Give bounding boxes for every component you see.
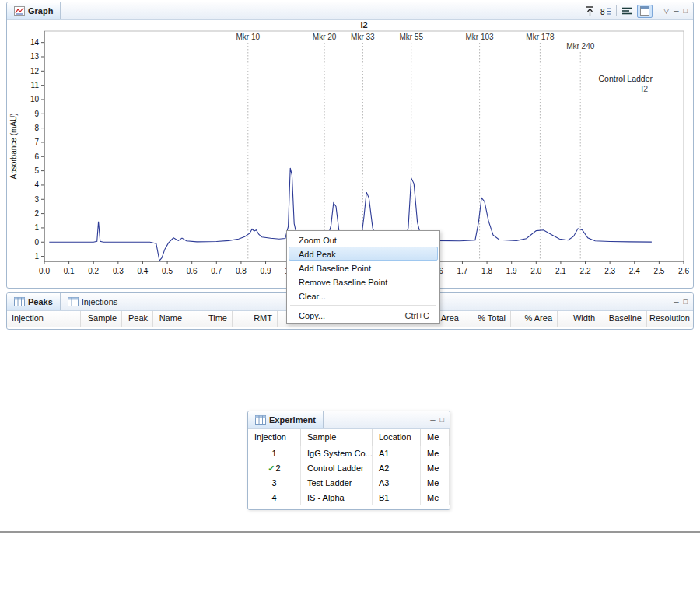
tab-graph[interactable]: Graph (7, 2, 61, 19)
overlay-lines-icon[interactable] (621, 5, 632, 17)
maximize-icon[interactable]: □ (684, 298, 688, 306)
peaks-column-area[interactable]: % Area (511, 311, 558, 327)
experiment-window: Experiment ─ □ InjectionSampleLocationMe… (247, 411, 450, 510)
svg-text:0.0: 0.0 (39, 267, 50, 275)
window-glyph (640, 6, 649, 16)
menu-item-shortcut: Ctrl+C (405, 309, 429, 321)
experiment-row[interactable]: ✓2Control LadderA2Me (248, 461, 450, 476)
svg-text:0.9: 0.9 (261, 267, 271, 275)
menu-item-clear[interactable]: Clear... (289, 289, 438, 302)
experiment-column-location[interactable]: Location (373, 429, 421, 446)
minimize-icon[interactable]: ─ (430, 416, 435, 424)
tab-label: Injections (82, 297, 117, 306)
maximize-icon[interactable]: □ (440, 416, 444, 424)
view-menu-icon[interactable]: ▽ (663, 7, 669, 15)
table-icon (14, 297, 25, 306)
experiment-column-injection[interactable]: Injection (248, 429, 301, 446)
svg-text:Control Ladder: Control Ladder (599, 74, 653, 83)
peaks-column-injection[interactable]: Injection (7, 311, 81, 327)
svg-text:2.2: 2.2 (580, 267, 591, 275)
autoscale-icon[interactable] (585, 5, 595, 17)
menu-item-remove-baseline-point[interactable]: Remove Baseline Point (289, 275, 438, 289)
experiment-cell-sample: IgG System Co... (301, 446, 373, 461)
menu-item-add-baseline-point[interactable]: Add Baseline Point (289, 261, 438, 275)
experiment-cell-method: Me (421, 446, 450, 461)
svg-text:Mkr 240: Mkr 240 (566, 42, 595, 51)
svg-text:Mkr 103: Mkr 103 (466, 33, 495, 41)
menu-item-label: Remove Baseline Point (299, 275, 387, 288)
svg-text:1.9: 1.9 (506, 267, 517, 275)
tab-peaks[interactable]: Peaks (7, 293, 61, 310)
svg-text:2: 2 (34, 209, 39, 218)
experiment-cell-method: Me (421, 461, 450, 476)
experiment-cell-location: A3 (373, 476, 421, 491)
svg-text:8: 8 (600, 8, 605, 16)
peaks-column-time[interactable]: Time (187, 311, 233, 327)
svg-text:2.4: 2.4 (629, 267, 640, 275)
experiment-cell-injection: 3 (248, 476, 301, 491)
svg-text:1.8: 1.8 (481, 267, 492, 275)
peaks-column-width[interactable]: Width (558, 311, 600, 327)
svg-text:7: 7 (34, 138, 39, 146)
svg-text:0: 0 (34, 238, 39, 247)
table-icon (255, 415, 266, 425)
svg-text:12: 12 (30, 67, 40, 75)
experiment-row[interactable]: 1IgG System Co...A1Me (248, 446, 450, 461)
graph-tab-icon (14, 6, 25, 16)
experiment-cell-injection: 1 (248, 446, 301, 461)
tab-experiment-label: Experiment (269, 415, 316, 425)
peaks-column-baseline[interactable]: Baseline (600, 311, 647, 327)
minimize-icon[interactable]: ─ (674, 298, 678, 306)
context-menu: Zoom OutAdd PeakAdd Baseline PointRemove… (286, 230, 440, 324)
menu-item-copy[interactable]: Copy...Ctrl+C (289, 308, 438, 322)
peaks-column-rmt[interactable]: RMT (233, 311, 278, 327)
svg-text:2.5: 2.5 (653, 267, 664, 275)
tab-experiment[interactable]: Experiment (248, 411, 324, 428)
svg-text:I2: I2 (360, 20, 367, 30)
single-graph-toggle-icon[interactable] (637, 5, 653, 18)
experiment-cell-sample: Test Ladder (301, 476, 373, 491)
maximize-icon[interactable]: □ (684, 7, 688, 15)
graph-toolbar: 8 ▽ ─ □ (585, 2, 693, 19)
menu-separator (290, 305, 436, 306)
injection-number: 1 (271, 449, 276, 458)
experiment-cell-sample: IS - Alpha (301, 491, 373, 505)
svg-text:2.6: 2.6 (678, 267, 689, 275)
peaks-column-total[interactable]: % Total (464, 311, 511, 327)
svg-text:14: 14 (30, 38, 40, 47)
svg-text:Absorbance (mAU): Absorbance (mAU) (9, 113, 18, 179)
menu-item-label: Zoom Out (299, 233, 337, 246)
injection-number: 3 (271, 478, 276, 488)
experiment-column-me[interactable]: Me (421, 429, 450, 446)
svg-text:5: 5 (34, 166, 39, 175)
tab-injections[interactable]: Injections (61, 293, 124, 310)
svg-text:-1: -1 (32, 252, 39, 261)
menu-item-label: Clear... (299, 289, 326, 302)
minimize-icon[interactable]: ─ (674, 7, 678, 15)
experiment-cell-method: Me (421, 491, 450, 505)
marker-number-icon[interactable]: 8 (600, 5, 611, 17)
peaks-column-sample[interactable]: Sample (81, 311, 122, 327)
experiment-row[interactable]: 4IS - AlphaB1Me (248, 491, 450, 505)
graph-tabbar: Graph 8 ▽ ─ □ (7, 2, 693, 20)
experiment-toolbar: ─ □ (424, 411, 450, 428)
experiment-cell-method: Me (421, 476, 450, 491)
svg-text:Mkr 10: Mkr 10 (236, 33, 261, 41)
peaks-column-resolution[interactable]: Resolution (647, 311, 693, 327)
experiment-cell-location: B1 (373, 491, 421, 505)
svg-text:9: 9 (34, 110, 39, 118)
experiment-row[interactable]: 3Test LadderA3Me (248, 476, 450, 491)
experiment-table-header: InjectionSampleLocationMe (248, 429, 450, 446)
experiment-cell-injection: ✓2 (248, 461, 301, 476)
peaks-column-peak[interactable]: Peak (122, 311, 153, 327)
menu-item-zoom-out[interactable]: Zoom Out (289, 233, 438, 247)
svg-text:1.7: 1.7 (457, 267, 468, 275)
experiment-cell-location: A1 (373, 446, 421, 461)
menu-item-label: Add Peak (299, 247, 336, 260)
experiment-window-controls: ─ □ (430, 416, 444, 424)
menu-item-add-peak[interactable]: Add Peak (289, 247, 438, 261)
peaks-column-name[interactable]: Name (153, 311, 187, 327)
injection-number: 2 (276, 463, 281, 473)
experiment-column-sample[interactable]: Sample (301, 429, 373, 446)
svg-text:8: 8 (34, 124, 39, 132)
